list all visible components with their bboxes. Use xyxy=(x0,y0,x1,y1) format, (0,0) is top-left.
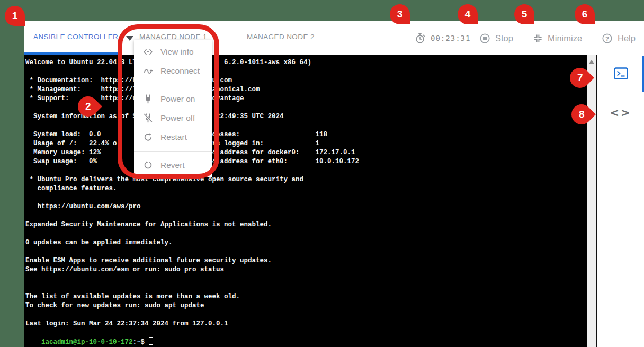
menu-item-reconnect[interactable]: Reconnect xyxy=(134,61,212,81)
revert-icon xyxy=(142,160,157,171)
reconnect-icon xyxy=(142,66,157,76)
terminal-line: See https://ubuntu.com/esm or run: sudo … xyxy=(25,265,587,274)
terminal-line: The list of available updates is more th… xyxy=(25,292,587,301)
menu-item-label: Power on xyxy=(160,94,195,104)
terminal-prompt: iacadmin@ip-10-0-10-172:~$ xyxy=(25,328,587,337)
prompt-user-host: iacadmin@ip-10-0-10-172 xyxy=(41,339,133,346)
terminal-line: Swap usage: 0% IPv4 address for eth0: 10… xyxy=(25,157,587,166)
terminal-tool-button[interactable] xyxy=(597,55,644,94)
timer-value: 00:23:31 xyxy=(431,34,470,42)
timer-icon xyxy=(415,32,426,44)
tab-ansible-controller[interactable]: ANSIBLE CONTROLLER xyxy=(33,21,118,52)
terminal-line: 0 updates can be applied immediately. xyxy=(25,238,587,247)
svg-text:?: ? xyxy=(605,35,609,41)
tab-managed-node-2[interactable]: MANAGED NODE 2 xyxy=(247,21,315,52)
stop-icon xyxy=(479,33,490,44)
terminal-line: compliance features. xyxy=(25,184,587,193)
menu-item-power-off[interactable]: Power off xyxy=(134,109,212,128)
terminal-line xyxy=(25,229,587,238)
help-icon: ? xyxy=(602,33,613,44)
chevron-down-icon[interactable] xyxy=(126,36,133,41)
terminal-line: Enable ESM Apps to receive additional fu… xyxy=(25,256,587,265)
terminal-line: System information as of Sun Mar 24 22:4… xyxy=(25,112,587,121)
terminal-scrollbar[interactable] xyxy=(587,55,596,347)
prompt-path: ~ xyxy=(137,339,141,346)
terminal-line xyxy=(25,247,587,256)
terminal-line: To check for new updates run: sudo apt u… xyxy=(25,301,587,310)
menu-item-restart[interactable]: Restart xyxy=(134,128,212,147)
menu-item-revert[interactable]: Revert xyxy=(134,156,212,175)
menu-divider xyxy=(134,85,212,85)
terminal-line: * Ubuntu Pro delivers the most comprehen… xyxy=(25,175,587,184)
stop-label: Stop xyxy=(495,33,513,43)
stop-button[interactable]: Stop xyxy=(479,21,513,55)
tool-sidebar: <> xyxy=(597,55,644,347)
terminal-line xyxy=(25,121,587,130)
minimize-label: Minimize xyxy=(548,33,582,43)
terminal-line: Memory usage: 12% IPv4 address for docke… xyxy=(25,148,587,157)
help-label: Help xyxy=(618,33,636,43)
terminal-line xyxy=(25,283,587,292)
terminal-line: https://ubuntu.com/aws/pro xyxy=(25,202,587,211)
terminal-line: * Management: https://landscape .canonic… xyxy=(25,85,587,94)
menu-item-label: Reconnect xyxy=(160,66,200,76)
annotation-pin-1: 1 xyxy=(5,6,25,26)
terminal-line xyxy=(25,274,587,283)
terminal-line xyxy=(25,67,587,76)
restart-icon xyxy=(142,132,157,143)
menu-item-label: View info xyxy=(160,47,194,57)
terminal-line: Expanded Security Maintenance for Applic… xyxy=(25,220,587,229)
terminal-line: Last login: Sun Mar 24 22:37:34 2024 fro… xyxy=(25,319,587,328)
terminal-icon xyxy=(614,67,628,82)
code-icon: <> xyxy=(610,106,631,119)
terminal-line xyxy=(25,310,587,319)
menu-item-label: Power off xyxy=(160,113,195,123)
prompt-colon: : xyxy=(133,339,137,346)
header-bar: ANSIBLE CONTROLLER MANAGED NODE 1 MANAGE… xyxy=(24,21,644,55)
help-button[interactable]: ? Help xyxy=(602,21,636,55)
menu-item-view-info[interactable]: View info xyxy=(134,42,212,61)
terminal-line xyxy=(25,211,587,220)
terminal-line xyxy=(25,103,587,112)
menu-item-power-on[interactable]: Power on xyxy=(134,90,212,109)
vm-actions-menu: View info Reconnect Power on xyxy=(134,40,212,177)
menu-divider xyxy=(134,151,212,152)
terminal-line: Welcome to Ubuntu 22.04.3 LTS (GNU/Linux… xyxy=(25,58,587,67)
terminal-line xyxy=(25,166,587,175)
power-on-icon xyxy=(142,94,157,104)
terminal-line: * Documentation: https://help .ubuntu.co… xyxy=(25,76,587,85)
terminal-window[interactable]: Welcome to Ubuntu 22.04.3 LTS (GNU/Linux… xyxy=(24,55,587,347)
power-off-icon xyxy=(142,113,157,123)
menu-item-label: Restart xyxy=(160,132,187,142)
session-timer: 00:23:31 xyxy=(415,21,470,55)
code-tool-button[interactable]: <> xyxy=(597,94,644,131)
prompt-dollar: $ xyxy=(141,339,145,346)
active-tool-indicator xyxy=(642,56,644,92)
minimize-icon xyxy=(533,33,543,43)
terminal-line: * Support: https://ubuntu .com/advantage xyxy=(25,94,587,103)
terminal-line: System load: 0.0 Processes: 118 xyxy=(25,130,587,139)
minimize-button[interactable]: Minimize xyxy=(533,21,582,55)
terminal-line xyxy=(25,193,587,202)
terminal-line: Usage of /: 22.4% o Users logged in: 1 xyxy=(25,139,587,148)
terminal-cursor xyxy=(149,337,153,345)
scroll-up-icon[interactable] xyxy=(589,60,594,64)
view-info-icon xyxy=(142,47,157,57)
menu-item-label: Revert xyxy=(160,161,185,170)
